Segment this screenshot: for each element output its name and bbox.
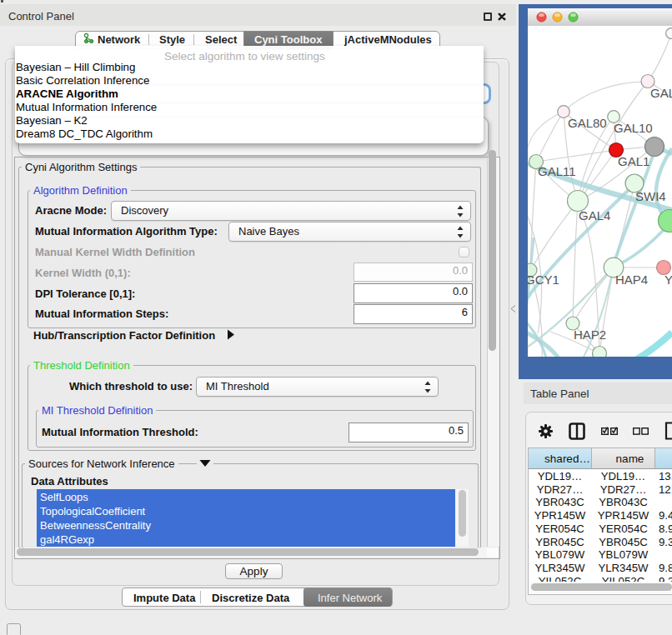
svg-text:HAP2: HAP2 bbox=[574, 328, 606, 342]
svg-text:GAL: GAL bbox=[650, 86, 672, 100]
svg-text:SWI4: SWI4 bbox=[635, 189, 666, 203]
svg-text:GAL4: GAL4 bbox=[579, 208, 610, 222]
svg-text:GAL80: GAL80 bbox=[568, 116, 607, 130]
svg-text:Y: Y bbox=[664, 272, 672, 287]
svg-text:GAL11: GAL11 bbox=[538, 164, 576, 178]
svg-text:HAP4: HAP4 bbox=[615, 272, 648, 287]
svg-text:GAL1: GAL1 bbox=[618, 154, 649, 168]
svg-text:GAL10: GAL10 bbox=[614, 121, 653, 135]
svg-text:GCY1: GCY1 bbox=[528, 272, 559, 287]
